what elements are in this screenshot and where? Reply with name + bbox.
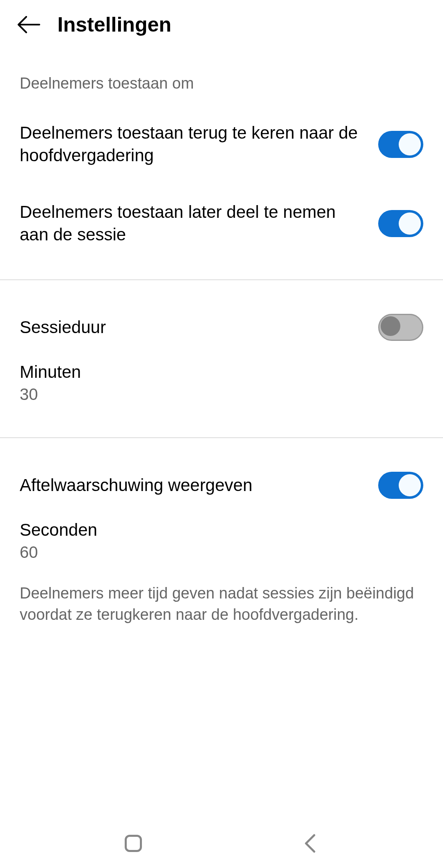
back-button[interactable] (16, 12, 41, 37)
toggle-knob (381, 316, 400, 336)
toggle-allow-join-later[interactable] (378, 210, 423, 237)
nav-recent-button[interactable] (121, 831, 146, 856)
page-title: Instellingen (57, 13, 171, 37)
setting-label: Deelnemers toestaan later deel te nemen … (20, 201, 366, 246)
minutes-block[interactable]: Minuten 30 (0, 358, 443, 421)
setting-allow-return-main[interactable]: Deelnemers toestaan terug te keren naar … (0, 105, 443, 184)
countdown-description: Deelnemers meer tijd geven nadat sessies… (0, 579, 443, 642)
minutes-label: Minuten (20, 362, 423, 382)
back-arrow-icon (17, 16, 40, 33)
toggle-knob (399, 212, 421, 235)
chevron-left-icon (304, 834, 316, 853)
setting-label: Deelnemers toestaan terug te keren naar … (20, 122, 366, 167)
toggle-knob (399, 133, 421, 155)
setting-allow-join-later[interactable]: Deelnemers toestaan later deel te nemen … (0, 184, 443, 263)
seconds-block[interactable]: Seconden 60 (0, 516, 443, 579)
seconds-label: Seconden (20, 520, 423, 540)
system-nav-bar (0, 819, 443, 868)
setting-countdown-warning[interactable]: Aftelwaarschuwing weergeven (0, 455, 443, 516)
minutes-value: 30 (20, 385, 423, 404)
seconds-value: 60 (20, 543, 423, 562)
setting-label: Sessieduur (20, 316, 366, 339)
toggle-allow-return-main[interactable] (378, 131, 423, 158)
square-icon (125, 835, 142, 852)
setting-session-duration[interactable]: Sessieduur (0, 297, 443, 358)
nav-back-button[interactable] (297, 831, 322, 856)
toggle-session-duration[interactable] (378, 314, 423, 341)
section-label-participants: Deelnemers toestaan om (0, 49, 443, 105)
toggle-knob (399, 474, 421, 496)
toggle-countdown-warning[interactable] (378, 472, 423, 499)
setting-label: Aftelwaarschuwing weergeven (20, 474, 366, 497)
header: Instellingen (0, 0, 443, 49)
